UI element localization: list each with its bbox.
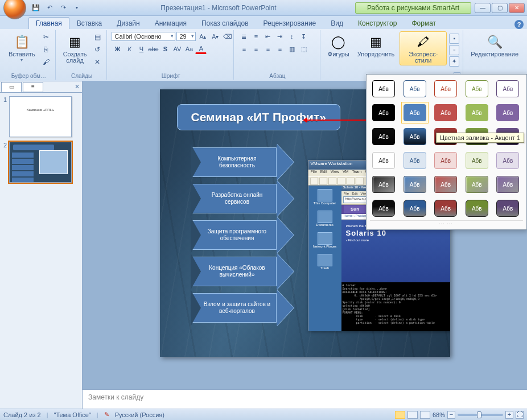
tab-design[interactable]: Дизайн bbox=[109, 17, 147, 29]
copy-icon[interactable]: ⎘ bbox=[40, 44, 52, 55]
arrow-item[interactable]: Компьютерная безопасность bbox=[191, 147, 294, 177]
shape-effects-icon[interactable]: ✦ bbox=[449, 56, 459, 67]
slide-thumbnail-2[interactable] bbox=[9, 142, 72, 183]
zoom-in-button[interactable]: + bbox=[505, 411, 513, 419]
columns-icon[interactable]: ▥ bbox=[286, 44, 298, 54]
tab-smartart-design[interactable]: Конструктор bbox=[351, 17, 404, 29]
shrink-font-icon[interactable]: A▾ bbox=[209, 31, 221, 42]
smartart-arrows[interactable]: Компьютерная безопасность Разработка онл… bbox=[191, 147, 294, 323]
sorter-view-icon[interactable] bbox=[407, 411, 418, 419]
arrange-button[interactable]: ▦ Упорядочить bbox=[355, 31, 397, 59]
style-swatch[interactable]: Абв bbox=[463, 102, 491, 123]
underline-button[interactable]: Ч bbox=[135, 44, 147, 54]
style-swatch[interactable]: Абв bbox=[432, 197, 459, 219]
style-swatch[interactable]: Абв bbox=[463, 150, 491, 171]
numbering-icon[interactable]: ≡ bbox=[250, 31, 262, 42]
style-swatch[interactable]: Абв bbox=[401, 126, 429, 147]
italic-button[interactable]: К bbox=[123, 44, 135, 54]
zoom-thumb[interactable] bbox=[477, 411, 481, 418]
line-spacing-icon[interactable]: ↕ bbox=[286, 31, 298, 42]
align-right-icon[interactable]: ≡ bbox=[262, 44, 274, 54]
style-swatch[interactable]: Абв bbox=[463, 78, 491, 100]
qat-customize-icon[interactable]: ▾ bbox=[72, 3, 82, 13]
style-swatch[interactable]: Абв bbox=[401, 102, 429, 123]
tab-animation[interactable]: Анимация bbox=[147, 17, 194, 29]
find-button[interactable]: 🔍 Редактирование bbox=[468, 31, 521, 59]
style-swatch[interactable]: Абв bbox=[370, 197, 397, 219]
zoom-slider[interactable] bbox=[458, 414, 503, 416]
align-left-icon[interactable]: ≡ bbox=[238, 44, 250, 54]
font-color-icon[interactable]: A bbox=[195, 44, 207, 54]
zoom-out-button[interactable]: − bbox=[447, 411, 455, 419]
fit-window-icon[interactable]: ⛶ bbox=[516, 411, 524, 419]
style-swatch[interactable]: Абв bbox=[370, 78, 397, 100]
style-swatch[interactable]: Абв bbox=[401, 197, 429, 219]
style-swatch[interactable]: Абв bbox=[494, 197, 521, 219]
style-swatch[interactable]: Абв bbox=[432, 174, 459, 195]
grow-font-icon[interactable]: A▴ bbox=[197, 31, 208, 42]
char-spacing-icon[interactable]: AV bbox=[171, 44, 183, 54]
format-painter-icon[interactable]: 🖌 bbox=[40, 56, 52, 68]
style-swatch[interactable]: Абв bbox=[370, 126, 397, 147]
save-icon[interactable]: 💾 bbox=[31, 3, 41, 13]
style-swatch[interactable]: Абв bbox=[432, 150, 459, 171]
tab-view[interactable]: Вид bbox=[323, 17, 351, 29]
slide-title-shape[interactable]: Семинар «ИТ Профит» bbox=[177, 104, 340, 130]
style-swatch[interactable]: Абв bbox=[494, 78, 521, 100]
style-swatch[interactable]: Абв bbox=[494, 174, 521, 195]
style-swatch[interactable]: Абв bbox=[432, 78, 459, 100]
slide-thumbnail-1[interactable]: Компания «РПН» bbox=[9, 96, 72, 137]
minimize-button[interactable]: — bbox=[475, 3, 491, 13]
style-swatch[interactable]: Абв bbox=[401, 78, 429, 100]
shapes-button[interactable]: ◯ Фигуры bbox=[325, 31, 352, 59]
cut-icon[interactable]: ✂ bbox=[40, 31, 52, 43]
maximize-button[interactable]: ▢ bbox=[492, 3, 508, 13]
style-swatch[interactable]: Абв bbox=[370, 174, 397, 195]
panel-close-icon[interactable]: ✕ bbox=[75, 83, 80, 90]
style-swatch[interactable]: Абв bbox=[401, 174, 429, 195]
font-size-combo[interactable]: 29 bbox=[176, 32, 196, 41]
shadow-button[interactable]: S bbox=[159, 44, 171, 54]
shape-fill-icon[interactable]: ▪ bbox=[449, 34, 459, 44]
tab-home[interactable]: Главная bbox=[28, 17, 69, 29]
zoom-level[interactable]: 68% bbox=[433, 411, 445, 418]
undo-icon[interactable]: ↶ bbox=[44, 3, 55, 13]
tab-insert[interactable]: Вставка bbox=[69, 17, 110, 29]
increase-indent-icon[interactable]: ⇥ bbox=[274, 31, 286, 42]
outline-tab[interactable]: ≡ bbox=[23, 82, 43, 92]
clear-formatting-icon[interactable]: ⌫ bbox=[222, 31, 233, 42]
style-swatch[interactable]: Абв bbox=[494, 150, 521, 171]
smartart-convert-icon[interactable]: ⬚ bbox=[298, 44, 310, 54]
strike-button[interactable]: abc bbox=[147, 44, 159, 54]
notes-pane[interactable]: Заметки к слайду bbox=[83, 389, 527, 409]
slides-tab[interactable]: ▭ bbox=[1, 82, 22, 92]
reset-icon[interactable]: ↺ bbox=[92, 44, 103, 55]
tab-slideshow[interactable]: Показ слайдов bbox=[194, 17, 256, 29]
close-button[interactable]: ✕ bbox=[509, 3, 525, 13]
redo-icon[interactable]: ↷ bbox=[58, 3, 68, 13]
decrease-indent-icon[interactable]: ⇤ bbox=[262, 31, 274, 42]
arrow-item[interactable]: Взлом и защита сайтов и веб-порталов bbox=[191, 293, 294, 323]
layout-icon[interactable]: ▤ bbox=[92, 31, 103, 43]
bullets-icon[interactable]: ≣ bbox=[238, 31, 250, 42]
help-icon[interactable]: ? bbox=[514, 20, 524, 29]
gallery-more-handle[interactable]: ⋯⋯ bbox=[370, 220, 523, 228]
text-direction-icon[interactable]: ↧ bbox=[298, 31, 310, 42]
arrow-item[interactable]: Концепция «Облаков вычислений» bbox=[191, 257, 294, 286]
style-swatch[interactable]: Абв bbox=[463, 197, 491, 219]
change-case-icon[interactable]: Aa bbox=[183, 44, 195, 54]
new-slide-button[interactable]: ▦ Создать слайд bbox=[60, 31, 90, 65]
slideshow-view-icon[interactable] bbox=[420, 411, 430, 419]
align-center-icon[interactable]: ≡ bbox=[250, 44, 262, 54]
style-swatch[interactable]: Абв bbox=[370, 150, 397, 171]
quick-styles-button[interactable]: 🖍 Экспресс-стили bbox=[400, 31, 447, 65]
paste-button[interactable]: 📋 Вставить ▾ bbox=[6, 31, 38, 64]
delete-slide-icon[interactable]: ✕ bbox=[92, 56, 103, 68]
justify-icon[interactable]: ≡ bbox=[274, 44, 286, 54]
arrow-item[interactable]: Защита программного обеспечения bbox=[191, 220, 294, 250]
tab-review[interactable]: Рецензирование bbox=[256, 17, 324, 29]
normal-view-icon[interactable] bbox=[395, 411, 405, 419]
style-swatch[interactable]: Абв bbox=[432, 102, 459, 123]
language-label[interactable]: Русский (Россия) bbox=[115, 411, 164, 418]
font-family-combo[interactable]: Calibri (Основно bbox=[112, 32, 175, 41]
